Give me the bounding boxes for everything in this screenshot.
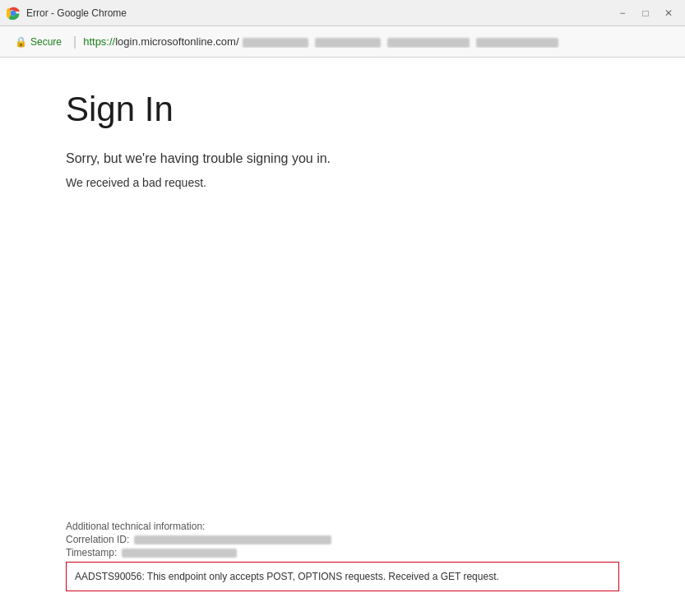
secure-label: Secure [30,36,62,48]
timestamp-row: Timestamp: [66,547,619,558]
page-title: Sign In [66,90,619,128]
error-code-box: AADSTS90056: This endpoint only accepts … [66,562,619,591]
url-redacted-1 [243,38,308,48]
timestamp-value [122,549,237,558]
secure-badge: 🔒 Secure [10,35,67,49]
url-scheme: https:// [83,35,115,48]
addressbar: 🔒 Secure | https://login.microsoftonline… [0,26,685,58]
titlebar: Error - Google Chrome − □ ✕ [0,0,685,26]
address-separator: | [73,35,76,49]
maximize-button[interactable]: □ [636,3,655,23]
error-secondary-text: We received a bad request. [66,176,619,189]
correlation-id-value [134,535,331,544]
technical-info-section: Additional technical information: Correl… [66,521,619,591]
chrome-icon [7,7,20,20]
tech-section-label: Additional technical information: [66,521,619,532]
titlebar-left: Error - Google Chrome [7,7,127,20]
error-primary-text: Sorry, but we're having trouble signing … [66,151,619,166]
correlation-label: Correlation ID: [66,534,129,545]
lock-icon: 🔒 [15,36,27,48]
correlation-id-row: Correlation ID: [66,534,619,545]
error-code-text: AADSTS90056: This endpoint only accepts … [75,569,610,584]
url-redacted-2 [315,38,381,48]
timestamp-label: Timestamp: [66,547,117,558]
titlebar-title: Error - Google Chrome [26,7,127,19]
url-redacted-3 [387,38,470,48]
close-button[interactable]: ✕ [659,3,678,23]
minimize-button[interactable]: − [613,3,632,23]
main-content: Sign In Sorry, but we're having trouble … [0,58,685,616]
url-host: login.microsoftonline.com/ [115,35,238,48]
titlebar-controls: − □ ✕ [613,3,678,23]
address-url[interactable]: https://login.microsoftonline.com/ [83,35,675,48]
url-redacted-4 [476,38,558,48]
